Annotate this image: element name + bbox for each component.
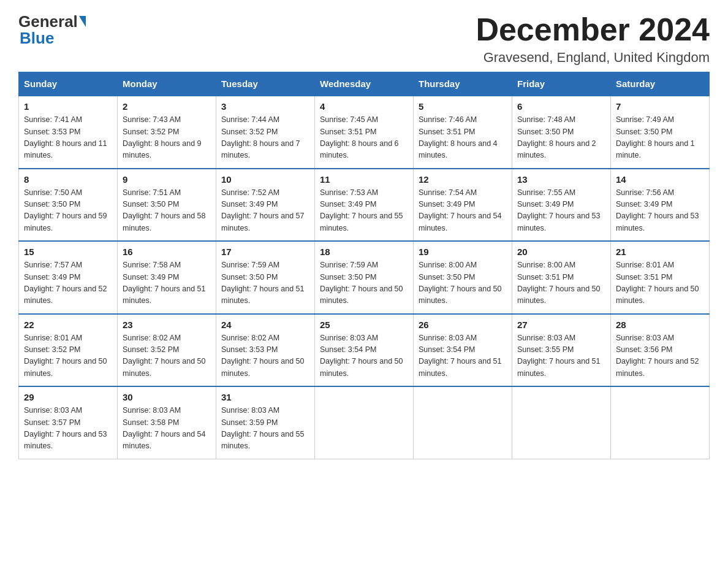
day-info: Sunrise: 7:44 AM Sunset: 3:52 PM Dayligh… bbox=[221, 114, 309, 162]
day-info: Sunrise: 7:48 AM Sunset: 3:50 PM Dayligh… bbox=[517, 114, 605, 162]
day-info: Sunrise: 7:51 AM Sunset: 3:50 PM Dayligh… bbox=[123, 187, 211, 235]
calendar-cell: 18 Sunrise: 7:59 AM Sunset: 3:50 PM Dayl… bbox=[315, 241, 414, 314]
calendar-cell: 20 Sunrise: 8:00 AM Sunset: 3:51 PM Dayl… bbox=[512, 241, 611, 314]
day-number: 27 bbox=[517, 320, 605, 330]
calendar-cell: 23 Sunrise: 8:02 AM Sunset: 3:52 PM Dayl… bbox=[118, 314, 216, 387]
calendar-cell: 25 Sunrise: 8:03 AM Sunset: 3:54 PM Dayl… bbox=[315, 314, 414, 387]
calendar-cell: 14 Sunrise: 7:56 AM Sunset: 3:49 PM Dayl… bbox=[611, 169, 710, 242]
day-info: Sunrise: 7:56 AM Sunset: 3:49 PM Dayligh… bbox=[616, 187, 704, 235]
calendar-cell: 30 Sunrise: 8:03 AM Sunset: 3:58 PM Dayl… bbox=[118, 386, 216, 459]
day-info: Sunrise: 7:45 AM Sunset: 3:51 PM Dayligh… bbox=[320, 114, 408, 162]
calendar-title: December 2024 bbox=[476, 12, 710, 47]
header-friday: Friday bbox=[512, 72, 611, 96]
day-info: Sunrise: 8:00 AM Sunset: 3:51 PM Dayligh… bbox=[517, 259, 605, 307]
calendar-cell: 4 Sunrise: 7:45 AM Sunset: 3:51 PM Dayli… bbox=[315, 96, 414, 169]
logo-blue-text: Blue bbox=[20, 29, 54, 47]
calendar-cell: 26 Sunrise: 8:03 AM Sunset: 3:54 PM Dayl… bbox=[414, 314, 512, 387]
calendar-cell: 29 Sunrise: 8:03 AM Sunset: 3:57 PM Dayl… bbox=[19, 386, 118, 459]
weekday-header-row: Sunday Monday Tuesday Wednesday Thursday… bbox=[19, 72, 710, 96]
calendar-cell: 1 Sunrise: 7:41 AM Sunset: 3:53 PM Dayli… bbox=[19, 96, 118, 169]
calendar-cell: 5 Sunrise: 7:46 AM Sunset: 3:51 PM Dayli… bbox=[414, 96, 512, 169]
day-number: 15 bbox=[24, 247, 112, 257]
calendar-cell: 24 Sunrise: 8:02 AM Sunset: 3:53 PM Dayl… bbox=[216, 314, 315, 387]
day-info: Sunrise: 8:03 AM Sunset: 3:54 PM Dayligh… bbox=[419, 332, 507, 380]
calendar-cell: 11 Sunrise: 7:53 AM Sunset: 3:49 PM Dayl… bbox=[315, 169, 414, 242]
day-number: 30 bbox=[123, 392, 211, 402]
calendar-cell: 21 Sunrise: 8:01 AM Sunset: 3:51 PM Dayl… bbox=[611, 241, 710, 314]
day-info: Sunrise: 8:03 AM Sunset: 3:56 PM Dayligh… bbox=[616, 332, 704, 380]
calendar-cell: 31 Sunrise: 8:03 AM Sunset: 3:59 PM Dayl… bbox=[216, 386, 315, 459]
calendar-cell: 17 Sunrise: 7:59 AM Sunset: 3:50 PM Dayl… bbox=[216, 241, 315, 314]
day-number: 25 bbox=[320, 320, 408, 330]
page-header: General Blue December 2024 Gravesend, En… bbox=[18, 12, 710, 66]
day-info: Sunrise: 7:59 AM Sunset: 3:50 PM Dayligh… bbox=[320, 259, 408, 307]
day-info: Sunrise: 7:43 AM Sunset: 3:52 PM Dayligh… bbox=[123, 114, 211, 162]
day-number: 22 bbox=[24, 320, 112, 330]
calendar-cell bbox=[414, 386, 512, 459]
logo-arrow-icon bbox=[79, 16, 86, 27]
day-number: 3 bbox=[221, 101, 309, 112]
day-number: 24 bbox=[221, 320, 309, 330]
calendar-cell: 9 Sunrise: 7:51 AM Sunset: 3:50 PM Dayli… bbox=[118, 169, 216, 242]
calendar-week-row: 1 Sunrise: 7:41 AM Sunset: 3:53 PM Dayli… bbox=[19, 96, 710, 169]
day-info: Sunrise: 7:58 AM Sunset: 3:49 PM Dayligh… bbox=[123, 259, 211, 307]
day-info: Sunrise: 7:49 AM Sunset: 3:50 PM Dayligh… bbox=[616, 114, 704, 162]
calendar-table: Sunday Monday Tuesday Wednesday Thursday… bbox=[18, 72, 710, 459]
day-info: Sunrise: 8:03 AM Sunset: 3:57 PM Dayligh… bbox=[24, 405, 112, 453]
header-thursday: Thursday bbox=[414, 72, 512, 96]
day-info: Sunrise: 8:02 AM Sunset: 3:53 PM Dayligh… bbox=[221, 332, 309, 380]
day-info: Sunrise: 7:57 AM Sunset: 3:49 PM Dayligh… bbox=[24, 259, 112, 307]
calendar-cell bbox=[611, 386, 710, 459]
calendar-subtitle: Gravesend, England, United Kingdom bbox=[476, 50, 710, 66]
day-number: 31 bbox=[221, 392, 309, 402]
day-number: 1 bbox=[24, 101, 112, 112]
day-number: 19 bbox=[419, 247, 507, 257]
header-sunday: Sunday bbox=[19, 72, 118, 96]
calendar-cell bbox=[512, 386, 611, 459]
day-number: 8 bbox=[24, 174, 112, 185]
day-number: 13 bbox=[517, 174, 605, 185]
day-info: Sunrise: 7:55 AM Sunset: 3:49 PM Dayligh… bbox=[517, 187, 605, 235]
calendar-cell: 6 Sunrise: 7:48 AM Sunset: 3:50 PM Dayli… bbox=[512, 96, 611, 169]
day-info: Sunrise: 7:46 AM Sunset: 3:51 PM Dayligh… bbox=[419, 114, 507, 162]
calendar-week-row: 22 Sunrise: 8:01 AM Sunset: 3:52 PM Dayl… bbox=[19, 314, 710, 387]
calendar-cell bbox=[315, 386, 414, 459]
day-number: 6 bbox=[517, 101, 605, 112]
day-info: Sunrise: 8:01 AM Sunset: 3:51 PM Dayligh… bbox=[616, 259, 704, 307]
day-info: Sunrise: 8:03 AM Sunset: 3:54 PM Dayligh… bbox=[320, 332, 408, 380]
day-number: 11 bbox=[320, 174, 408, 185]
calendar-cell: 15 Sunrise: 7:57 AM Sunset: 3:49 PM Dayl… bbox=[19, 241, 118, 314]
day-number: 18 bbox=[320, 247, 408, 257]
day-number: 28 bbox=[616, 320, 704, 330]
day-info: Sunrise: 8:02 AM Sunset: 3:52 PM Dayligh… bbox=[123, 332, 211, 380]
calendar-week-row: 8 Sunrise: 7:50 AM Sunset: 3:50 PM Dayli… bbox=[19, 169, 710, 242]
day-info: Sunrise: 7:59 AM Sunset: 3:50 PM Dayligh… bbox=[221, 259, 309, 307]
calendar-cell: 3 Sunrise: 7:44 AM Sunset: 3:52 PM Dayli… bbox=[216, 96, 315, 169]
day-info: Sunrise: 8:03 AM Sunset: 3:55 PM Dayligh… bbox=[517, 332, 605, 380]
day-number: 4 bbox=[320, 101, 408, 112]
day-number: 21 bbox=[616, 247, 704, 257]
day-number: 23 bbox=[123, 320, 211, 330]
day-info: Sunrise: 7:53 AM Sunset: 3:49 PM Dayligh… bbox=[320, 187, 408, 235]
title-area: December 2024 Gravesend, England, United… bbox=[476, 12, 710, 66]
day-number: 9 bbox=[123, 174, 211, 185]
calendar-cell: 28 Sunrise: 8:03 AM Sunset: 3:56 PM Dayl… bbox=[611, 314, 710, 387]
day-number: 20 bbox=[517, 247, 605, 257]
calendar-week-row: 15 Sunrise: 7:57 AM Sunset: 3:49 PM Dayl… bbox=[19, 241, 710, 314]
calendar-cell: 7 Sunrise: 7:49 AM Sunset: 3:50 PM Dayli… bbox=[611, 96, 710, 169]
day-number: 2 bbox=[123, 101, 211, 112]
day-number: 16 bbox=[123, 247, 211, 257]
header-monday: Monday bbox=[118, 72, 216, 96]
logo: General Blue bbox=[18, 12, 86, 48]
calendar-cell: 19 Sunrise: 8:00 AM Sunset: 3:50 PM Dayl… bbox=[414, 241, 512, 314]
day-info: Sunrise: 7:54 AM Sunset: 3:49 PM Dayligh… bbox=[419, 187, 507, 235]
day-number: 5 bbox=[419, 101, 507, 112]
header-wednesday: Wednesday bbox=[315, 72, 414, 96]
calendar-cell: 12 Sunrise: 7:54 AM Sunset: 3:49 PM Dayl… bbox=[414, 169, 512, 242]
day-info: Sunrise: 7:52 AM Sunset: 3:49 PM Dayligh… bbox=[221, 187, 309, 235]
day-number: 29 bbox=[24, 392, 112, 402]
day-number: 12 bbox=[419, 174, 507, 185]
day-info: Sunrise: 8:01 AM Sunset: 3:52 PM Dayligh… bbox=[24, 332, 112, 380]
day-info: Sunrise: 8:03 AM Sunset: 3:59 PM Dayligh… bbox=[221, 405, 309, 453]
day-info: Sunrise: 7:50 AM Sunset: 3:50 PM Dayligh… bbox=[24, 187, 112, 235]
